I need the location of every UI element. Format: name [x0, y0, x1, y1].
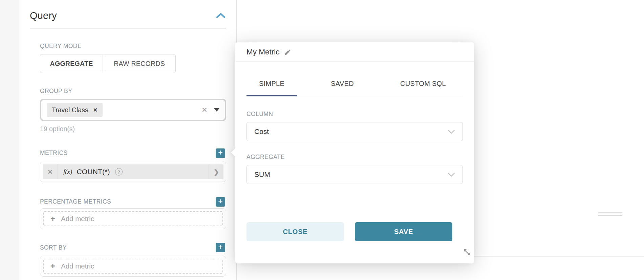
tab-simple[interactable]: SIMPLE [246, 80, 297, 96]
chevron-up-icon[interactable] [215, 12, 226, 19]
popover-footer: CLOSE SAVE [246, 222, 463, 241]
plus-icon: + [50, 215, 55, 222]
query-section-title: Query [30, 10, 57, 21]
metric-help-icon[interactable]: ? [115, 168, 123, 176]
column-select-value: Cost [254, 127, 269, 136]
handle-bar [598, 212, 622, 213]
metric-item[interactable]: ✕ f(x) COUNT(*) ? ❯ [43, 164, 223, 179]
dropdown-caret-icon[interactable] [214, 108, 219, 112]
plus-icon: + [50, 263, 55, 270]
chart-builder-screen: Query QUERY MODE AGGREGATE RAW RECORDS G… [0, 0, 644, 280]
add-metric-button[interactable]: + [216, 148, 225, 158]
group-by-tag: Travel Class ✕ [47, 103, 103, 117]
column-label: COLUMN [246, 111, 463, 118]
panel-resize-handle[interactable] [598, 212, 622, 218]
metric-item-label: COUNT(*) [77, 168, 110, 176]
group-by-select[interactable]: Travel Class ✕ × [40, 99, 226, 121]
add-metric-placeholder: Add metric [61, 215, 94, 223]
edit-title-pencil-icon[interactable] [284, 49, 291, 56]
query-mode-label: QUERY MODE [40, 43, 82, 50]
chevron-down-icon [448, 130, 455, 134]
aggregate-select[interactable]: SUM [246, 165, 463, 184]
add-sort-button[interactable]: + [216, 243, 225, 252]
pill-divider [58, 164, 58, 179]
percentage-metrics-label: PERCENTAGE METRICS [40, 198, 111, 205]
options-count-hint: 19 option(s) [40, 125, 75, 133]
aggregate-label: AGGREGATE [246, 154, 463, 161]
tab-custom-sql[interactable]: CUSTOM SQL [388, 80, 458, 96]
metric-edit-popover: My Metric SIMPLE SAVED CUSTOM SQL COLUMN… [235, 42, 474, 263]
metrics-container: ✕ f(x) COUNT(*) ? ❯ [40, 162, 226, 182]
popover-resize-icon[interactable] [463, 248, 471, 258]
sort-by-label: SORT BY [40, 244, 67, 251]
popover-tabs: SIMPLE SAVED CUSTOM SQL [246, 62, 463, 96]
handle-bar [598, 215, 622, 216]
aggregate-mode-button[interactable]: AGGREGATE [40, 54, 103, 73]
add-metric-placeholder: Add metric [61, 262, 94, 270]
group-by-tag-label: Travel Class [52, 106, 88, 114]
aggregate-select-value: SUM [254, 170, 270, 179]
percentage-metrics-container: + Add metric [40, 208, 226, 229]
metrics-label: METRICS [40, 149, 68, 157]
add-percentage-metric-dropzone[interactable]: + Add metric [43, 211, 223, 226]
remove-tag-icon[interactable]: ✕ [93, 107, 98, 113]
function-icon: f(x) [63, 168, 72, 176]
metric-expand-chevron-icon[interactable]: ❯ [209, 168, 223, 176]
raw-records-mode-button[interactable]: RAW RECORDS [103, 54, 176, 73]
sort-by-container: + Add metric [40, 256, 226, 277]
group-by-label: GROUP BY [40, 88, 72, 95]
remove-metric-icon[interactable]: ✕ [43, 168, 58, 176]
add-percentage-metric-button[interactable]: + [216, 197, 225, 207]
popover-title: My Metric [246, 48, 280, 56]
left-gutter [0, 0, 19, 280]
query-mode-toggle: AGGREGATE RAW RECORDS [40, 54, 176, 73]
tab-saved[interactable]: SAVED [318, 80, 366, 96]
column-select[interactable]: Cost [246, 122, 463, 141]
popover-header: My Metric [235, 42, 474, 62]
clear-selection-icon[interactable]: × [202, 107, 207, 113]
add-sort-metric-dropzone[interactable]: + Add metric [43, 259, 223, 274]
close-button[interactable]: CLOSE [246, 222, 344, 241]
chevron-down-icon [448, 172, 455, 177]
save-button[interactable]: SAVE [355, 222, 452, 241]
section-underline [30, 28, 226, 29]
popover-content: COLUMN Cost AGGREGATE SUM C [235, 111, 474, 241]
